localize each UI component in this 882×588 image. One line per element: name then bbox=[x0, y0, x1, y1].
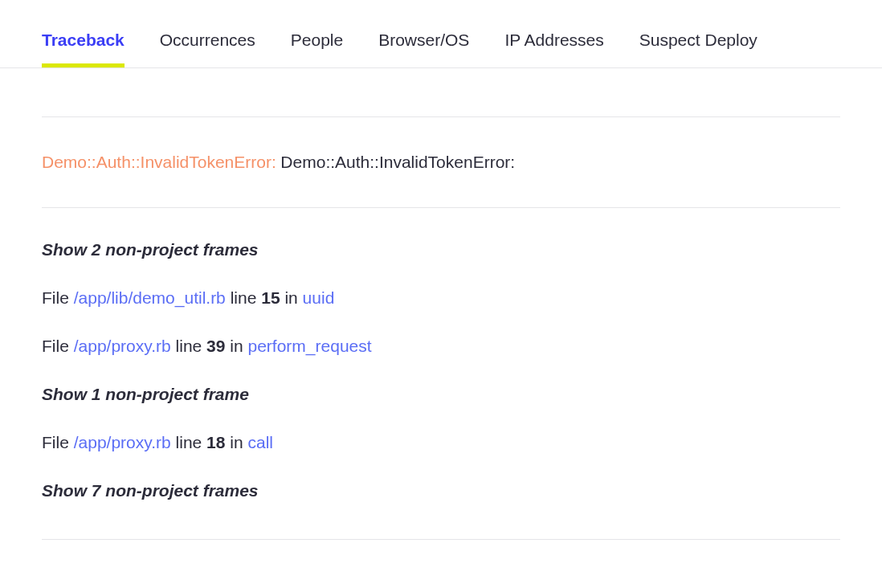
line-number: 15 bbox=[261, 288, 280, 307]
line-number: 18 bbox=[206, 433, 225, 451]
file-path-link[interactable]: /app/proxy.rb bbox=[74, 433, 171, 451]
frame-line-2: File /app/proxy.rb line 39 in perform_re… bbox=[42, 337, 840, 356]
tab-people[interactable]: People bbox=[291, 31, 343, 67]
error-class: Demo::Auth::InvalidTokenError: bbox=[42, 153, 276, 171]
frame-toggle-3[interactable]: Show 7 non-project frames bbox=[42, 481, 840, 500]
tabs-container: Traceback Occurrences People Browser/OS … bbox=[0, 0, 882, 68]
frame-line-3: File /app/proxy.rb line 18 in call bbox=[42, 433, 840, 452]
file-label: File bbox=[42, 337, 69, 355]
file-path-link[interactable]: /app/lib/demo_util.rb bbox=[74, 288, 226, 307]
line-label: line bbox=[231, 288, 257, 307]
traceback-section: Show 2 non-project frames File /app/lib/… bbox=[42, 208, 840, 540]
tab-occurrences[interactable]: Occurrences bbox=[160, 31, 255, 67]
in-label: in bbox=[284, 288, 297, 307]
frame-toggle-2[interactable]: Show 1 non-project frame bbox=[42, 385, 840, 404]
error-section: Demo::Auth::InvalidTokenError: Demo::Aut… bbox=[42, 117, 840, 208]
tab-browser-os[interactable]: Browser/OS bbox=[378, 31, 469, 67]
function-link[interactable]: uuid bbox=[303, 288, 335, 307]
error-message: Demo::Auth::InvalidTokenError: bbox=[280, 153, 515, 171]
tab-traceback[interactable]: Traceback bbox=[42, 31, 125, 67]
line-number: 39 bbox=[206, 337, 225, 355]
frame-line-1: File /app/lib/demo_util.rb line 15 in uu… bbox=[42, 288, 840, 308]
in-label: in bbox=[230, 433, 243, 451]
file-path-link[interactable]: /app/proxy.rb bbox=[74, 337, 171, 355]
function-link[interactable]: perform_request bbox=[248, 337, 372, 355]
tab-suspect-deploy[interactable]: Suspect Deploy bbox=[639, 31, 757, 67]
content-area: Demo::Auth::InvalidTokenError: Demo::Aut… bbox=[0, 116, 882, 540]
tabs-bar: Traceback Occurrences People Browser/OS … bbox=[42, 0, 840, 67]
line-label: line bbox=[176, 433, 202, 451]
frame-toggle-1[interactable]: Show 2 non-project frames bbox=[42, 240, 840, 259]
tab-ip-addresses[interactable]: IP Addresses bbox=[504, 31, 603, 67]
file-label: File bbox=[42, 288, 69, 307]
in-label: in bbox=[230, 337, 243, 355]
function-link[interactable]: call bbox=[248, 433, 274, 451]
file-label: File bbox=[42, 433, 69, 451]
line-label: line bbox=[176, 337, 202, 355]
